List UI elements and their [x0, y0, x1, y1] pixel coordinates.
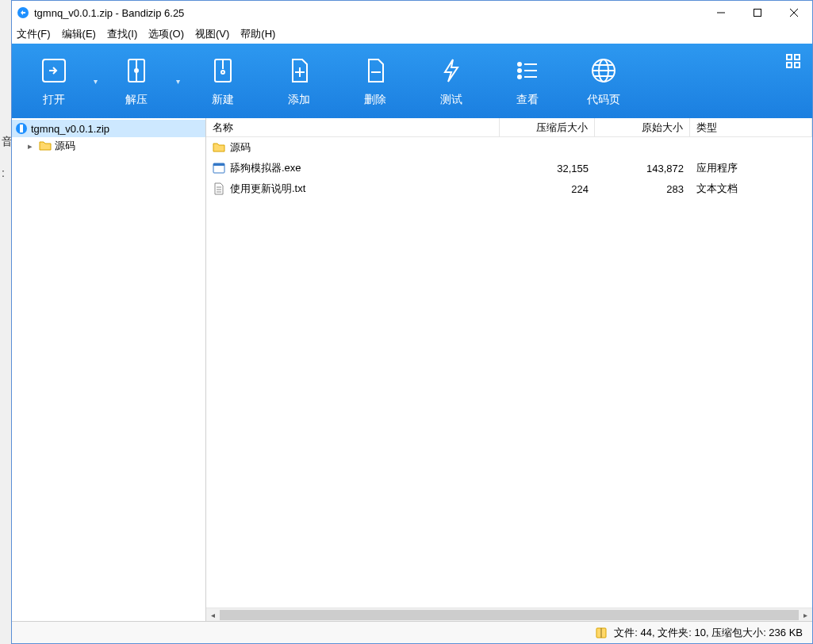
folder-icon: [213, 141, 225, 154]
extract-dropdown[interactable]: ▾: [171, 77, 185, 86]
toolbar: 打开 ▾ 解压 ▾ 新建 添加 删除: [12, 44, 812, 118]
svg-rect-27: [795, 55, 800, 59]
file-original: 143,872: [595, 163, 690, 174]
svg-rect-31: [20, 125, 23, 132]
extract-button[interactable]: 解压: [102, 44, 171, 118]
delete-icon: [359, 55, 391, 86]
svg-rect-2: [754, 10, 761, 17]
open-label: 打开: [43, 93, 65, 107]
list-header: 名称 压缩后大小 原始大小 类型: [206, 118, 812, 137]
open-button[interactable]: 打开: [20, 44, 88, 118]
test-button[interactable]: 测试: [413, 44, 489, 118]
menu-view[interactable]: 视图(V): [195, 27, 229, 41]
toolbar-grid-icon[interactable]: [785, 53, 801, 71]
status-text: 文件: 44, 文件夹: 10, 压缩包大小: 236 KB: [614, 626, 803, 640]
file-type: 文本文档: [690, 182, 812, 196]
menu-options[interactable]: 选项(O): [148, 27, 184, 41]
add-icon: [283, 55, 315, 86]
bg-text: :: [2, 167, 5, 179]
svg-rect-29: [795, 63, 800, 67]
extract-label: 解压: [125, 93, 148, 107]
open-dropdown[interactable]: ▾: [88, 77, 102, 86]
tree-child-label: 源码: [55, 139, 75, 153]
status-bar: 文件: 44, 文件夹: 10, 压缩包大小: 236 KB: [12, 621, 812, 643]
add-label: 添加: [288, 93, 310, 107]
menu-file[interactable]: 文件(F): [17, 27, 51, 41]
txt-icon: [213, 182, 225, 195]
menu-bar: 文件(F) 编辑(E) 查找(I) 选项(O) 视图(V) 帮助(H): [12, 25, 812, 44]
tree-child[interactable]: ▸ 源码: [12, 137, 205, 155]
svg-rect-33: [213, 163, 224, 166]
file-name: 舔狗模拟器.exe: [230, 161, 301, 175]
svg-rect-26: [787, 55, 792, 59]
svg-rect-28: [787, 63, 792, 67]
list-item[interactable]: 舔狗模拟器.exe32,155143,872应用程序: [206, 158, 812, 178]
content-area: tgmnq_v0.0.1.zip ▸ 源码 名称 压缩后大小 原始大小 类型 源…: [12, 118, 812, 621]
file-compressed: 32,155: [500, 163, 595, 174]
tree-panel[interactable]: tgmnq_v0.0.1.zip ▸ 源码: [12, 118, 206, 621]
menu-help[interactable]: 帮助(H): [240, 27, 275, 41]
file-type: 应用程序: [690, 161, 812, 175]
scroll-right-icon[interactable]: ▸: [799, 608, 812, 622]
file-compressed: 224: [500, 183, 595, 195]
tree-root-label: tgmnq_v0.0.1.zip: [31, 123, 109, 135]
menu-find[interactable]: 查找(I): [107, 27, 137, 41]
svg-point-11: [221, 71, 224, 74]
list-item[interactable]: 源码: [206, 137, 812, 158]
delete-button[interactable]: 删除: [337, 44, 413, 118]
maximize-button[interactable]: [739, 1, 776, 25]
open-icon: [38, 55, 70, 86]
zip-icon: [15, 122, 28, 135]
title-bar: tgmnq_v0.0.1.zip - Bandizip 6.25: [12, 1, 812, 25]
add-button[interactable]: 添加: [261, 44, 337, 118]
view-button[interactable]: 查看: [489, 44, 566, 118]
file-name: 使用更新说明.txt: [230, 182, 305, 196]
file-original: 283: [595, 183, 690, 195]
tree-root[interactable]: tgmnq_v0.0.1.zip: [12, 120, 205, 137]
delete-label: 删除: [364, 93, 386, 107]
exe-icon: [213, 162, 225, 174]
list-body[interactable]: 源码舔狗模拟器.exe32,155143,872应用程序使用更新说明.txt22…: [206, 137, 812, 608]
close-button[interactable]: [776, 1, 812, 25]
new-icon: [207, 55, 239, 86]
folder-icon: [39, 140, 52, 152]
col-name[interactable]: 名称: [206, 118, 500, 136]
test-icon: [435, 55, 467, 86]
codepage-label: 代码页: [587, 93, 620, 107]
new-label: 新建: [212, 93, 234, 107]
main-window: tgmnq_v0.0.1.zip - Bandizip 6.25 文件(F) 编…: [11, 0, 813, 644]
scroll-thumb[interactable]: [220, 610, 799, 620]
view-icon: [512, 55, 543, 86]
window-title: tgmnq_v0.0.1.zip - Bandizip 6.25: [34, 7, 703, 19]
svg-point-19: [518, 75, 521, 79]
new-button[interactable]: 新建: [185, 44, 261, 118]
chevron-right-icon[interactable]: ▸: [25, 141, 36, 151]
horizontal-scrollbar[interactable]: ◂ ▸: [206, 608, 812, 621]
window-controls: [703, 1, 812, 25]
app-icon: [17, 6, 29, 19]
svg-point-15: [518, 63, 521, 66]
col-type[interactable]: 类型: [690, 118, 812, 136]
minimize-button[interactable]: [703, 1, 739, 25]
menu-edit[interactable]: 编辑(E): [62, 27, 96, 41]
list-item[interactable]: 使用更新说明.txt224283文本文档: [206, 178, 812, 199]
col-compressed[interactable]: 压缩后大小: [500, 118, 595, 136]
file-name: 源码: [230, 140, 251, 155]
globe-icon: [588, 55, 619, 86]
col-original[interactable]: 原始大小: [595, 118, 690, 136]
view-label: 查看: [516, 93, 539, 107]
scroll-left-icon[interactable]: ◂: [206, 608, 220, 622]
test-label: 测试: [440, 93, 462, 107]
extract-icon: [121, 55, 152, 86]
archive-icon: [595, 627, 608, 639]
codepage-button[interactable]: 代码页: [566, 44, 642, 118]
file-list: 名称 压缩后大小 原始大小 类型 源码舔狗模拟器.exe32,155143,87…: [206, 118, 812, 621]
svg-point-17: [518, 69, 521, 72]
